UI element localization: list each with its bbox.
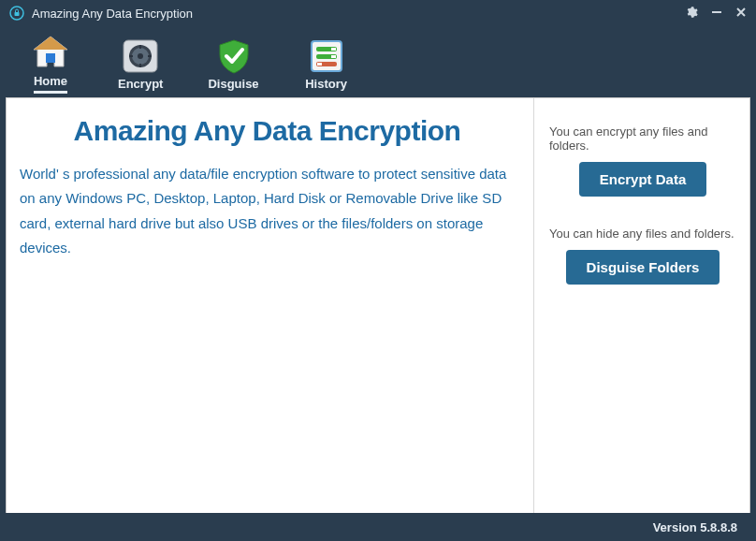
nav-label: Encrypt <box>118 77 163 94</box>
settings-gear-icon[interactable] <box>685 6 698 21</box>
side-panel: You can encrypt any files and folders. E… <box>534 98 749 513</box>
svg-marker-5 <box>34 37 67 50</box>
nav-disguise[interactable]: Disguise <box>208 37 258 94</box>
encrypt-hint: You can encrypt any files and folders. <box>549 124 736 153</box>
nav-history[interactable]: History <box>304 37 349 94</box>
vault-dial-icon <box>118 37 163 75</box>
version-label: Version 5.8.8.8 <box>653 520 737 534</box>
home-icon <box>28 35 73 72</box>
disguise-folders-button[interactable]: Disguise Folders <box>566 250 720 285</box>
encrypt-data-button[interactable]: Encrypt Data <box>579 162 707 197</box>
window-title: Amazing Any Data Encryption <box>32 7 193 21</box>
close-icon[interactable] <box>735 7 747 20</box>
main-toolbar: Home Encrypt <box>0 26 756 97</box>
svg-rect-18 <box>331 55 336 58</box>
content-area: Amazing Any Data Encryption World' s pro… <box>6 97 750 513</box>
svg-rect-16 <box>331 48 336 51</box>
statusbar: Version 5.8.8.8 <box>0 513 756 541</box>
list-toggles-icon <box>304 37 349 75</box>
shield-icon <box>211 37 256 75</box>
nav-label: History <box>305 77 347 94</box>
nav-label: Disguise <box>208 77 258 94</box>
app-window: Amazing Any Data Encryption Ho <box>0 0 756 541</box>
nav-encrypt[interactable]: Encrypt <box>118 37 163 94</box>
minimize-icon[interactable] <box>711 7 722 20</box>
disguise-hint: You can hide any files and folders. <box>549 227 734 241</box>
nav-label: Home <box>34 74 67 94</box>
nav-home[interactable]: Home <box>28 35 73 94</box>
main-panel: Amazing Any Data Encryption World' s pro… <box>7 98 534 513</box>
page-description: World' s professional any data/file encr… <box>20 162 515 260</box>
app-lock-icon <box>9 6 24 21</box>
svg-rect-2 <box>712 11 721 13</box>
page-title: Amazing Any Data Encryption <box>20 115 515 147</box>
svg-rect-4 <box>46 53 55 63</box>
window-controls <box>685 6 747 21</box>
titlebar: Amazing Any Data Encryption <box>0 0 756 26</box>
svg-point-9 <box>138 53 143 59</box>
svg-rect-1 <box>15 12 20 16</box>
svg-rect-20 <box>317 63 322 66</box>
